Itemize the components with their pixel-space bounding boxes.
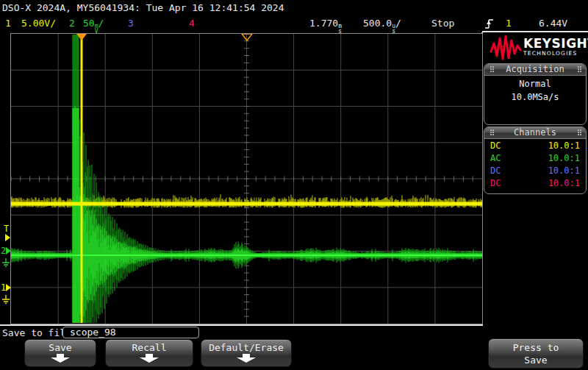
default-erase-softkey[interactable]: Default/Erase xyxy=(201,339,292,367)
grip-icon xyxy=(488,129,492,137)
trigger-level-marker-label[interactable]: T xyxy=(4,224,9,233)
ch2-earth-icon xyxy=(1,256,10,270)
acquisition-header[interactable]: Acquisition xyxy=(484,64,586,76)
down-arrow-icon xyxy=(237,354,256,363)
down-arrow-icon xyxy=(51,354,70,363)
grip-icon xyxy=(576,129,580,137)
press-to-save-line2: Save xyxy=(489,354,583,366)
acquisition-mode: Normal xyxy=(484,79,586,89)
ch1-scale[interactable]: 5.00V/ xyxy=(21,18,56,29)
scope-graticule xyxy=(10,33,483,324)
acquisition-header-label: Acquisition xyxy=(506,64,564,74)
recall-softkey[interactable]: Recall xyxy=(105,339,193,367)
press-to-save-line1: Press to xyxy=(489,341,583,354)
grip-icon xyxy=(576,66,580,74)
ch2-number[interactable]: 2 xyxy=(69,18,75,29)
trigger-level: 6.44V xyxy=(539,18,567,29)
press-to-save-softkey[interactable]: Press to Save xyxy=(488,338,584,369)
oscilloscope-screen: DSO-X 2024A, MY56041934: Tue Apr 16 12:4… xyxy=(0,0,588,370)
channels-header-label: Channels xyxy=(514,127,556,138)
ch1-probe-ratio: 10.0:1 xyxy=(548,140,580,152)
ch2-scale-value: 50 xyxy=(83,18,95,29)
ch2-coupling: AC xyxy=(490,152,501,164)
ch4-coupling: DC xyxy=(490,177,501,189)
grip-icon xyxy=(488,66,492,74)
ch1-earth-icon xyxy=(1,293,10,307)
waveform-display xyxy=(11,34,482,324)
trigger-level-marker-icon[interactable] xyxy=(5,234,10,241)
acquisition-panel: Acquisition Normal 10.0MSa/s xyxy=(484,63,587,125)
ch1-number[interactable]: 1 xyxy=(5,18,11,29)
title-bar: DSO-X 2024A, MY56041934: Tue Apr 16 12:4… xyxy=(2,2,284,13)
channel-row: AC10.0:1 xyxy=(484,152,586,164)
keysight-waveform-icon xyxy=(490,34,522,62)
save-softkey[interactable]: Save xyxy=(24,339,96,367)
keysight-sub: TECHNOLOGIES xyxy=(523,50,588,57)
timebase-readout: 500.0us/ xyxy=(363,18,401,34)
channels-panel: Channels DC10.0:1 AC10.0:1 DC10.0:1 DC10… xyxy=(484,127,587,194)
filename-field[interactable]: scope_98 xyxy=(62,327,199,338)
channel-row: DC10.0:1 xyxy=(484,177,586,189)
ch2-scale-suffix: / xyxy=(98,18,104,29)
acquisition-sample-rate: 10.0MSa/s xyxy=(484,92,586,102)
ch1-coupling: DC xyxy=(490,140,501,152)
ch3-probe-ratio: 10.0:1 xyxy=(548,165,580,177)
sidebar: KEYSIGHT TECHNOLOGIES Acquisition Normal… xyxy=(484,32,587,341)
channel-row: DC10.0:1 xyxy=(484,139,586,152)
keysight-brand: KEYSIGHT xyxy=(523,38,588,50)
trigger-source: 1 xyxy=(506,18,512,29)
delay-time-readout: 1.770ms xyxy=(309,18,342,34)
ch2-ground-marker-icon[interactable] xyxy=(6,247,11,255)
down-arrow-icon xyxy=(140,354,159,363)
ch3-coupling: DC xyxy=(490,165,501,177)
ch2-probe-ratio: 10.0:1 xyxy=(548,152,580,164)
channels-header[interactable]: Channels xyxy=(484,127,586,139)
ch3-number[interactable]: 3 xyxy=(128,18,134,29)
ch4-number[interactable]: 4 xyxy=(189,18,195,29)
ch4-probe-ratio: 10.0:1 xyxy=(548,177,580,189)
ch1-ground-marker-icon[interactable] xyxy=(6,284,11,291)
recall-softkey-label: Recall xyxy=(106,342,193,353)
ch2-scale[interactable]: 50mV/ xyxy=(83,18,104,34)
keysight-logo: KEYSIGHT TECHNOLOGIES xyxy=(484,33,587,63)
save-softkey-label: Save xyxy=(25,342,96,353)
channel-row: DC10.0:1 xyxy=(484,164,586,177)
run-state: Stop xyxy=(431,18,454,29)
default-erase-softkey-label: Default/Erase xyxy=(201,342,291,353)
